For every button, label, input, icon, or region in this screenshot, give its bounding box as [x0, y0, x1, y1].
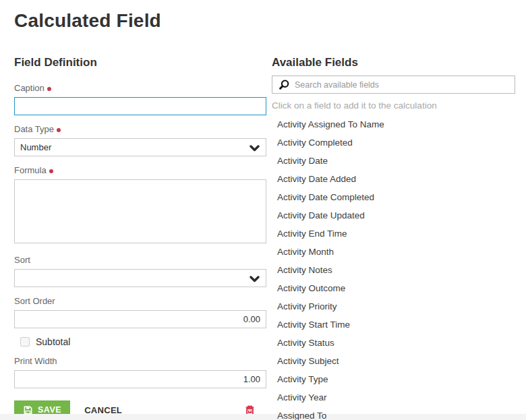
content-columns: Field Definition Caption Data Type Numbe… [14, 56, 515, 420]
list-item[interactable]: Activity Subject [272, 352, 515, 370]
list-item[interactable]: Activity Date [272, 152, 515, 170]
list-item[interactable]: Activity Date Added [272, 170, 515, 188]
formula-textarea[interactable] [14, 179, 266, 243]
data-type-label: Data Type [14, 124, 266, 134]
caption-label: Caption [14, 83, 266, 93]
subtotal-label: Subtotal [36, 336, 70, 347]
available-fields-list: Activity Assigned To NameActivity Comple… [272, 115, 515, 420]
data-type-selected-value: Number [20, 142, 51, 152]
list-item[interactable]: Activity Date Updated [272, 206, 515, 224]
sort-select[interactable] [14, 269, 266, 287]
chevron-down-icon [250, 276, 260, 282]
save-button-label: SAVE [38, 405, 61, 415]
caption-label-text: Caption [14, 83, 45, 93]
list-item[interactable]: Activity Date Completed [272, 188, 515, 206]
formula-label: Formula [14, 165, 266, 175]
calculated-field-page: Calculated Field Field Definition Captio… [0, 0, 526, 420]
print-width-label-text: Print Width [14, 356, 57, 366]
data-type-select[interactable]: Number [14, 138, 266, 156]
available-fields-panel: Available Fields Click on a field to add… [272, 56, 515, 420]
required-dot [57, 128, 61, 132]
sort-order-label-text: Sort Order [14, 296, 55, 306]
list-item[interactable]: Activity Type [272, 370, 515, 388]
list-item[interactable]: Activity End Time [272, 224, 515, 243]
search-box [272, 76, 515, 94]
field-definition-panel: Field Definition Caption Data Type Numbe… [14, 56, 266, 420]
list-item[interactable]: Assigned To [272, 407, 515, 420]
sort-label-text: Sort [14, 255, 30, 265]
list-item[interactable]: Activity Outcome [272, 279, 515, 297]
search-icon [278, 79, 290, 91]
sort-order-label: Sort Order [14, 296, 266, 306]
caption-input[interactable] [14, 97, 266, 115]
subtotal-checkbox[interactable] [20, 337, 30, 347]
field-definition-heading: Field Definition [14, 56, 266, 69]
list-item[interactable]: Activity Notes [272, 261, 515, 279]
list-item[interactable]: Activity Month [272, 243, 515, 261]
data-type-label-text: Data Type [14, 124, 54, 134]
list-item[interactable]: Activity Status [272, 334, 515, 352]
sort-order-input[interactable] [14, 310, 266, 328]
fields-hint-text: Click on a field to add it to the calcul… [272, 100, 515, 111]
list-item[interactable]: Activity Completed [272, 133, 515, 152]
search-input[interactable] [295, 80, 509, 90]
required-dot [49, 169, 53, 173]
print-width-label: Print Width [14, 356, 266, 366]
list-item[interactable]: Activity Priority [272, 297, 515, 316]
sort-label: Sort [14, 255, 266, 265]
list-item[interactable]: Activity Assigned To Name [272, 115, 515, 133]
page-title: Calculated Field [14, 10, 515, 32]
list-item[interactable]: Activity Year [272, 388, 515, 407]
subtotal-row: Subtotal [20, 336, 266, 347]
print-width-input[interactable] [14, 370, 266, 388]
list-item[interactable]: Activity Start Time [272, 316, 515, 334]
chevron-down-icon [250, 145, 260, 152]
available-fields-heading: Available Fields [272, 56, 515, 69]
formula-label-text: Formula [14, 165, 47, 175]
required-dot [47, 87, 51, 91]
